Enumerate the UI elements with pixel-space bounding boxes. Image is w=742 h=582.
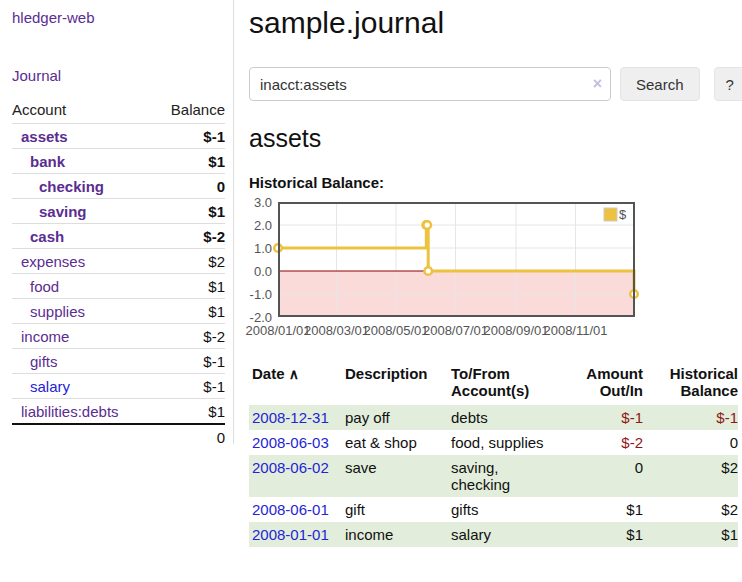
account-balance: $1 bbox=[153, 149, 225, 174]
account-balance: $-1 bbox=[153, 349, 225, 374]
svg-text:2.0: 2.0 bbox=[254, 218, 272, 233]
account-link-food[interactable]: food bbox=[30, 278, 59, 295]
account-balance: $2 bbox=[153, 249, 225, 274]
transaction-description: gift bbox=[345, 497, 451, 522]
transaction-description: income bbox=[345, 522, 451, 547]
column-header-balance: Historical Balance bbox=[643, 363, 738, 405]
transaction-amount: $-1 bbox=[566, 405, 643, 430]
account-balance: $1 bbox=[153, 199, 225, 224]
account-row: income$-2 bbox=[12, 324, 225, 349]
column-header-date[interactable]: Date ∧ bbox=[249, 363, 345, 405]
chart-title: Historical Balance: bbox=[249, 174, 742, 191]
transaction-date-link[interactable]: 2008-06-01 bbox=[252, 501, 329, 518]
account-row: expenses$2 bbox=[12, 249, 225, 274]
transaction-amount: 0 bbox=[566, 455, 643, 497]
sidebar: hledger-web Journal Account Balance asse… bbox=[0, 0, 234, 444]
accounts-total-value: 0 bbox=[153, 424, 225, 449]
account-link-bank[interactable]: bank bbox=[30, 153, 65, 170]
account-row: liabilities:debts$1 bbox=[12, 399, 225, 425]
svg-text:3.0: 3.0 bbox=[254, 195, 272, 210]
account-balance: $-2 bbox=[153, 224, 225, 249]
account-link-saving[interactable]: saving bbox=[39, 203, 87, 220]
account-link-checking[interactable]: checking bbox=[39, 178, 104, 195]
transaction-amount: $1 bbox=[566, 522, 643, 547]
transaction-balance: $2 bbox=[643, 455, 738, 497]
account-row: bank$1 bbox=[12, 149, 225, 174]
transaction-accounts: debts bbox=[451, 405, 566, 430]
account-row: supplies$1 bbox=[12, 299, 225, 324]
transaction-balance: $-1 bbox=[643, 405, 738, 430]
svg-text:2008/05/01: 2008/05/01 bbox=[363, 323, 428, 338]
account-link-cash[interactable]: cash bbox=[30, 228, 64, 245]
accounts-table: Account Balance assets$-1bank$1checking0… bbox=[12, 98, 225, 449]
app-window: hledger-web Journal Account Balance asse… bbox=[0, 0, 742, 547]
column-header-amount: Amount Out/In bbox=[566, 363, 643, 405]
search-bar: × Search ? bbox=[249, 67, 742, 101]
transaction-amount: $-2 bbox=[566, 430, 643, 455]
account-link-salary[interactable]: salary bbox=[30, 378, 70, 395]
account-balance: $1 bbox=[153, 274, 225, 299]
historical-balance-chart: $3.02.01.00.0-1.0-2.02008/01/012008/03/0… bbox=[249, 199, 742, 341]
account-balance: $1 bbox=[153, 299, 225, 324]
account-row: checking0 bbox=[12, 174, 225, 199]
transaction-accounts: salary bbox=[451, 522, 566, 547]
account-row: gifts$-1 bbox=[12, 349, 225, 374]
svg-text:2008/09/01: 2008/09/01 bbox=[483, 323, 548, 338]
transaction-description: pay off bbox=[345, 405, 451, 430]
register-row: 2008-12-31pay offdebts$-1$-1 bbox=[249, 405, 738, 430]
account-link-income[interactable]: income bbox=[21, 328, 69, 345]
sidebar-item-journal[interactable]: Journal bbox=[12, 67, 61, 84]
account-balance: $-1 bbox=[153, 124, 225, 149]
transaction-description: save bbox=[345, 455, 451, 497]
accounts-header-account: Account bbox=[12, 98, 153, 124]
register-table: Date ∧ Description To/From Account(s) Am… bbox=[249, 363, 738, 547]
transaction-description: eat & shop bbox=[345, 430, 451, 455]
transaction-accounts: saving, checking bbox=[451, 455, 566, 497]
transaction-date-link[interactable]: 2008-12-31 bbox=[252, 409, 329, 426]
register-row: 2008-06-01giftgifts$1$2 bbox=[249, 497, 738, 522]
clear-search-icon[interactable]: × bbox=[593, 75, 602, 93]
app-title-link[interactable]: hledger-web bbox=[12, 9, 95, 26]
svg-text:2008/03/01: 2008/03/01 bbox=[304, 323, 369, 338]
register-row: 2008-06-02savesaving, checking0$2 bbox=[249, 455, 738, 497]
accounts-header-balance: Balance bbox=[153, 98, 225, 124]
help-button[interactable]: ? bbox=[714, 67, 742, 101]
svg-text:-1.0: -1.0 bbox=[250, 287, 272, 302]
svg-text:$: $ bbox=[619, 207, 627, 222]
account-row: saving$1 bbox=[12, 199, 225, 224]
account-link-gifts[interactable]: gifts bbox=[30, 353, 58, 370]
svg-text:2008/11/01: 2008/11/01 bbox=[543, 323, 607, 338]
account-row: cash$-2 bbox=[12, 224, 225, 249]
transaction-date-link[interactable]: 2008-06-03 bbox=[252, 434, 329, 451]
search-button[interactable]: Search bbox=[620, 67, 700, 101]
transaction-balance: 0 bbox=[643, 430, 738, 455]
transaction-accounts: food, supplies bbox=[451, 430, 566, 455]
accounts-total-row: 0 bbox=[12, 424, 225, 449]
transaction-date-link[interactable]: 2008-06-02 bbox=[252, 459, 329, 476]
column-header-accounts: To/From Account(s) bbox=[451, 363, 566, 405]
account-row: salary$-1 bbox=[12, 374, 225, 399]
account-link-liabilities-debts[interactable]: liabilities:debts bbox=[21, 403, 119, 420]
svg-text:2008/07/01: 2008/07/01 bbox=[423, 323, 488, 338]
svg-text:0.0: 0.0 bbox=[254, 264, 272, 279]
account-link-supplies[interactable]: supplies bbox=[30, 303, 85, 320]
account-balance: $-2 bbox=[153, 324, 225, 349]
transaction-amount: $1 bbox=[566, 497, 643, 522]
svg-text:2008/01/01: 2008/01/01 bbox=[245, 323, 310, 338]
sort-ascending-icon: ∧ bbox=[289, 366, 299, 382]
register-row: 2008-06-03eat & shopfood, supplies$-20 bbox=[249, 430, 738, 455]
account-link-assets[interactable]: assets bbox=[21, 128, 68, 145]
account-balance: $-1 bbox=[153, 374, 225, 399]
main-content: sample.journal × Search ? assets Histori… bbox=[234, 0, 742, 547]
account-balance: $1 bbox=[153, 399, 225, 425]
register-row: 2008-01-01incomesalary$1$1 bbox=[249, 522, 738, 547]
transaction-date-link[interactable]: 2008-01-01 bbox=[252, 526, 329, 543]
search-input[interactable] bbox=[249, 67, 611, 101]
transaction-balance: $1 bbox=[643, 522, 738, 547]
page-title: sample.journal bbox=[249, 6, 742, 40]
transaction-balance: $2 bbox=[643, 497, 738, 522]
account-row: assets$-1 bbox=[12, 124, 225, 149]
account-balance: 0 bbox=[153, 174, 225, 199]
account-link-expenses[interactable]: expenses bbox=[21, 253, 85, 270]
account-heading: assets bbox=[249, 124, 742, 153]
